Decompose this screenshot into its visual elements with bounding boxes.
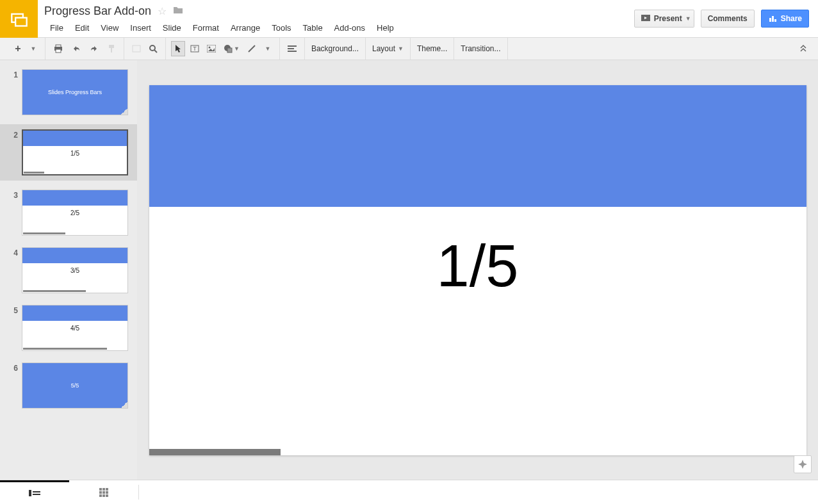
thumb-progress — [23, 348, 107, 350]
explore-button[interactable] — [794, 455, 812, 473]
present-button[interactable]: Present — [634, 10, 689, 28]
menu-help[interactable]: Help — [371, 20, 400, 35]
svg-rect-36 — [106, 491, 108, 494]
menu-view[interactable]: View — [95, 20, 124, 35]
toolbar-group-align — [280, 38, 305, 60]
zoom-icon[interactable] — [146, 41, 160, 56]
menu-addons[interactable]: Add-ons — [329, 20, 371, 35]
star-icon[interactable]: ☆ — [158, 5, 167, 17]
canvas-area[interactable]: 1/5 — [137, 60, 818, 480]
print-icon[interactable] — [51, 41, 66, 56]
slide-thumb-6[interactable]: 65/5 — [0, 360, 137, 411]
new-slide-button[interactable]: + — [12, 41, 24, 56]
line-icon[interactable] — [245, 41, 259, 56]
document-title[interactable]: Progress Bar Add-on — [44, 4, 151, 18]
thumb-preview[interactable]: 2/5 — [22, 190, 128, 236]
svg-rect-6 — [774, 19, 776, 22]
thumb-text: 2/5 — [22, 209, 127, 216]
thumb-progress — [23, 232, 65, 234]
paint-format-icon[interactable] — [104, 41, 119, 56]
theme-button[interactable]: Theme... — [411, 38, 454, 60]
svg-text:T: T — [193, 45, 197, 52]
svg-line-14 — [154, 50, 157, 53]
main-slide[interactable]: 1/5 — [149, 85, 806, 455]
thumb-preview[interactable]: Slides Progress Bars — [22, 69, 128, 115]
thumb-number: 2 — [9, 129, 18, 140]
svg-rect-22 — [227, 48, 232, 53]
svg-rect-33 — [106, 488, 108, 491]
slide-thumb-5[interactable]: 54/5 — [0, 302, 137, 354]
toolbar-group-edit — [45, 38, 124, 60]
image-icon[interactable] — [204, 41, 218, 56]
comments-label: Comments — [708, 14, 748, 23]
present-dropdown[interactable]: ▼ — [683, 10, 694, 28]
menu-table[interactable]: Table — [297, 20, 329, 35]
menu-edit[interactable]: Edit — [69, 20, 95, 35]
new-slide-dropdown[interactable]: ▼ — [27, 41, 40, 56]
menu-arrange[interactable]: Arrange — [225, 20, 266, 35]
line-dropdown[interactable]: ▼ — [261, 41, 274, 56]
svg-rect-38 — [102, 494, 105, 497]
menu-bar: File Edit View Insert Slide Format Arran… — [44, 20, 628, 35]
footer-divider — [138, 485, 139, 499]
filmstrip-view-icon[interactable] — [0, 480, 69, 504]
menu-tools[interactable]: Tools — [266, 20, 297, 35]
slide-progress-bar[interactable] — [149, 449, 281, 455]
zoom-fit-icon[interactable] — [129, 41, 143, 56]
comments-button[interactable]: Comments — [701, 10, 755, 28]
app-logo-icon[interactable] — [0, 0, 38, 38]
thumb-preview[interactable]: 5/5 — [22, 362, 128, 409]
thumb-number: 4 — [9, 247, 18, 257]
layout-button[interactable]: Layout▼ — [366, 38, 411, 60]
svg-marker-15 — [176, 45, 181, 53]
align-icon[interactable] — [285, 41, 299, 56]
thumb-text: 4/5 — [22, 325, 127, 332]
svg-point-19 — [209, 47, 211, 49]
app-header: Progress Bar Add-on ☆ File Edit View Ins… — [0, 0, 818, 38]
share-label: Share — [781, 14, 802, 23]
thumb-preview[interactable]: 3/5 — [22, 247, 128, 293]
slide-header-shape[interactable] — [149, 85, 806, 207]
shape-icon[interactable]: ▼ — [221, 41, 242, 56]
thumb-preview[interactable]: 4/5 — [22, 305, 128, 351]
undo-icon[interactable] — [69, 41, 84, 56]
folder-icon[interactable] — [173, 6, 183, 17]
slide-panel[interactable]: 1Slides Progress Bars21/532/543/554/565/… — [0, 60, 137, 480]
menu-format[interactable]: Format — [187, 20, 225, 35]
thumb-number: 3 — [9, 190, 18, 200]
thumb-preview[interactable]: 1/5 — [22, 129, 128, 175]
toolbar-group-new: + ▼ — [6, 38, 45, 60]
thumb-progress — [24, 172, 44, 174]
slide-thumb-4[interactable]: 43/5 — [0, 245, 137, 296]
thumb-text: 1/5 — [23, 150, 127, 157]
body: 1Slides Progress Bars21/532/543/554/565/… — [0, 60, 818, 480]
title-row: Progress Bar Add-on ☆ — [44, 4, 628, 18]
svg-rect-34 — [99, 491, 102, 494]
svg-rect-37 — [99, 494, 102, 497]
present-label: Present — [654, 14, 682, 23]
svg-rect-12 — [133, 45, 140, 52]
toolbar-group-zoom — [124, 38, 166, 60]
collapse-toolbar-icon[interactable] — [796, 41, 812, 56]
slide-main-text[interactable]: 1/5 — [149, 232, 806, 300]
thumb-progress — [23, 290, 86, 292]
thumb-title-text: Slides Progress Bars — [22, 70, 127, 115]
background-button[interactable]: Background... — [305, 38, 366, 60]
thumb-number: 6 — [9, 362, 18, 373]
menu-slide[interactable]: Slide — [157, 20, 187, 35]
svg-line-23 — [249, 45, 255, 52]
grid-view-icon[interactable] — [69, 480, 138, 504]
redo-icon[interactable] — [86, 41, 102, 56]
slide-thumb-1[interactable]: 1Slides Progress Bars — [0, 67, 137, 118]
slide-thumb-3[interactable]: 32/5 — [0, 187, 137, 238]
share-button[interactable]: Share — [761, 10, 809, 28]
textbox-icon[interactable]: T — [188, 41, 202, 56]
menu-insert[interactable]: Insert — [124, 20, 157, 35]
transition-button[interactable]: Transition... — [454, 38, 507, 60]
svg-rect-31 — [99, 488, 102, 491]
select-tool-icon[interactable] — [171, 41, 185, 56]
menu-file[interactable]: File — [44, 20, 69, 35]
thumb-number: 1 — [9, 69, 18, 79]
slide-thumb-2[interactable]: 21/5 — [0, 124, 137, 181]
svg-rect-5 — [772, 16, 774, 22]
